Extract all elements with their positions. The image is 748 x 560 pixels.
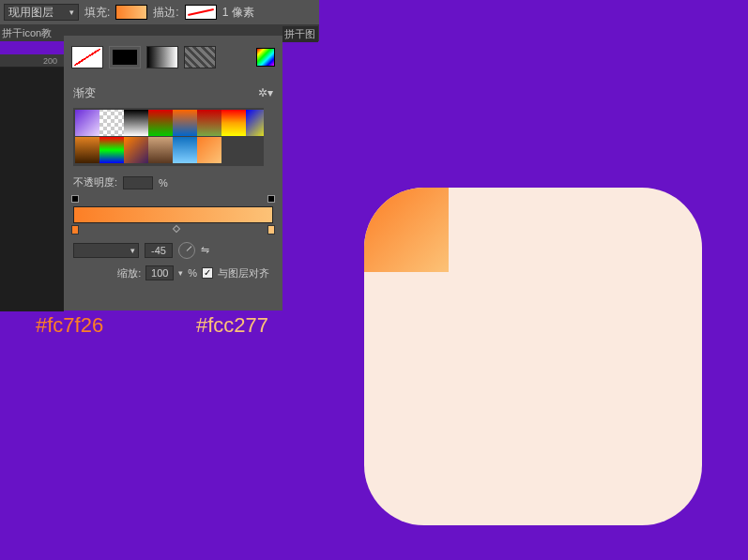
gradient-bar[interactable] [73, 206, 273, 223]
tab-right[interactable]: 拼干图 [282, 26, 318, 42]
icon-preview [364, 188, 702, 525]
preset-swatch[interactable] [148, 137, 173, 163]
zoom-label: 缩放: [117, 266, 141, 280]
fill-swatch[interactable] [115, 5, 147, 20]
stroke-swatch[interactable] [185, 5, 217, 20]
reverse-icon[interactable]: ⇋ [201, 244, 214, 257]
layer-mode-label: 现用图层 [8, 5, 53, 21]
chevron-down-icon: ▾ [130, 246, 135, 255]
gradient-panel: 渐变 ✲▾ 不透明度: % [64, 78, 282, 310]
stroke-label: 描边: [153, 5, 178, 21]
hex-annotation-1: #fc7f26 [36, 313, 103, 338]
fill-none-button[interactable] [71, 46, 103, 68]
preset-swatch[interactable] [197, 137, 221, 163]
chevron-down-icon[interactable]: ▾ [178, 268, 183, 278]
preset-swatch[interactable] [124, 110, 148, 136]
color-stop-left[interactable] [71, 225, 79, 235]
stroke-size: 1 像素 [222, 5, 254, 21]
tab-right-label: 拼干图 [284, 27, 315, 41]
preset-swatch[interactable] [75, 110, 99, 136]
gradient-presets [73, 108, 273, 166]
preset-swatch[interactable] [173, 137, 197, 163]
preset-swatch[interactable] [99, 110, 124, 136]
hex-annotation-2: #fcc277 [196, 313, 268, 338]
chevron-down-icon: ▾ [69, 8, 74, 17]
align-checkbox[interactable]: ✓ [202, 267, 213, 279]
preset-swatch[interactable] [148, 110, 173, 136]
gradient-editor [73, 195, 273, 238]
gradient-title: 渐变 [73, 85, 96, 101]
opacity-stop[interactable] [267, 195, 275, 203]
icon-corner-gradient [364, 188, 449, 272]
tab-left[interactable]: 拼干icon教 [2, 26, 52, 40]
zoom-unit: % [188, 267, 197, 279]
ruler-tick: 200 [43, 56, 57, 66]
layer-mode-select[interactable]: 现用图层 ▾ [4, 4, 79, 21]
preset-swatch[interactable] [197, 110, 221, 136]
fill-label: 填充: [84, 5, 110, 21]
fill-style-popup [64, 36, 282, 78]
align-label: 与图层对齐 [218, 266, 269, 280]
angle-dial[interactable] [178, 242, 195, 259]
ruler: 200 [0, 54, 65, 68]
color-picker-button[interactable] [256, 48, 275, 67]
color-stop-right[interactable] [267, 225, 275, 235]
preset-swatch[interactable] [75, 137, 99, 163]
opacity-label: 不透明度: [73, 175, 117, 189]
angle-input[interactable]: -45 [145, 243, 173, 258]
opacity-input[interactable] [123, 176, 153, 189]
preset-scrollbar[interactable] [264, 108, 273, 166]
fill-pattern-button[interactable] [184, 46, 216, 68]
options-bar: 现用图层 ▾ 填充: 描边: 1 像素 [0, 0, 319, 24]
fill-solid-button[interactable] [109, 46, 141, 68]
fill-gradient-button[interactable] [146, 46, 178, 68]
gradient-type-select[interactable]: ▾ [73, 243, 139, 258]
preset-swatch[interactable] [99, 137, 124, 163]
canvas-edge [0, 68, 64, 311]
preset-swatch[interactable] [221, 110, 246, 136]
preset-swatch[interactable] [124, 137, 148, 163]
opacity-stop[interactable] [71, 195, 79, 203]
preset-swatch[interactable] [173, 110, 197, 136]
zoom-input[interactable]: 100 [145, 265, 174, 280]
opacity-unit: % [159, 177, 168, 189]
gear-icon[interactable]: ✲▾ [258, 86, 273, 99]
